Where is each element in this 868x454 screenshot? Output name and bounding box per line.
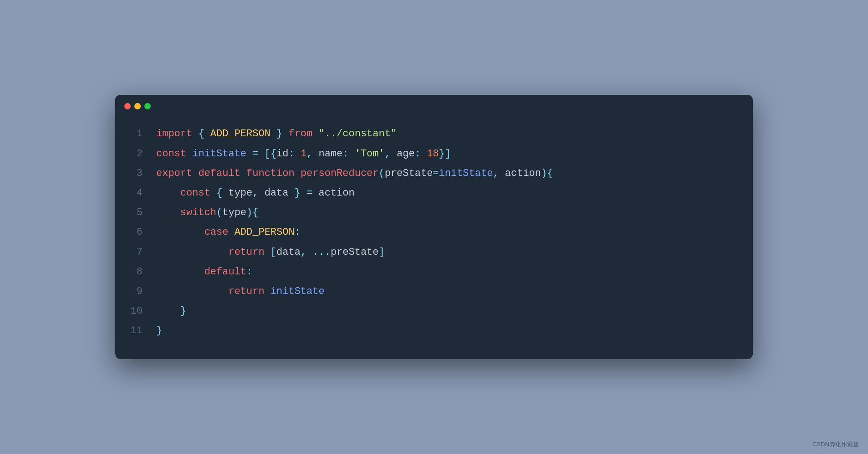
token-op: , — [252, 187, 258, 199]
code-line: 9 return initState — [124, 282, 735, 301]
token-kw: from — [288, 128, 312, 139]
token-op: : — [246, 266, 252, 278]
close-button[interactable] — [124, 103, 131, 109]
code-window: 1import { ADD_PERSON } from "../constant… — [115, 95, 753, 359]
token-plain: age — [391, 148, 415, 160]
maximize-button[interactable] — [144, 103, 151, 109]
token-const-name: ADD_PERSON — [210, 128, 271, 139]
token-indent2 — [156, 187, 180, 199]
token-plain — [349, 148, 355, 160]
token-op: [ — [265, 148, 271, 160]
token-var: initState — [271, 286, 325, 297]
token-indent4 — [156, 247, 228, 258]
token-indent2 — [156, 207, 180, 218]
token-plain — [265, 286, 271, 297]
token-kw: default — [198, 168, 240, 179]
token-plain — [301, 187, 306, 199]
line-content: const initState = [{id: 1, name: 'Tom', … — [156, 146, 451, 162]
token-op: : — [342, 148, 348, 160]
token-str: 'Tom' — [355, 148, 385, 160]
token-op: = — [306, 187, 312, 199]
token-op: } — [439, 148, 445, 160]
titlebar — [115, 95, 753, 115]
line-number: 8 — [124, 264, 143, 280]
token-plain: type — [222, 207, 246, 218]
token-op: } — [276, 128, 282, 139]
code-line: 2const initState = [{id: 1, name: 'Tom',… — [124, 144, 735, 164]
line-content: const { type, data } = action — [156, 185, 355, 201]
token-plain: preState — [331, 247, 379, 258]
token-plain: preState — [385, 168, 433, 179]
token-op: = — [252, 148, 258, 160]
token-kw: default — [204, 266, 246, 278]
token-op: } — [295, 187, 301, 199]
code-editor: 1import { ADD_PERSON } from "../constant… — [115, 115, 753, 359]
token-plain — [204, 128, 210, 139]
token-op: ( — [379, 168, 385, 179]
token-fn: personReducer — [301, 168, 379, 179]
token-plain: action — [499, 168, 541, 179]
token-plain — [295, 148, 301, 160]
line-number: 3 — [124, 165, 143, 181]
token-op: { — [216, 187, 222, 199]
line-number: 7 — [124, 244, 143, 260]
token-op: : — [295, 227, 301, 238]
code-line: 5 switch(type){ — [124, 203, 735, 222]
line-content: switch(type){ — [156, 205, 258, 221]
token-op: ){ — [246, 207, 258, 218]
line-number: 2 — [124, 146, 143, 162]
code-line: 1import { ADD_PERSON } from "../constant… — [124, 124, 735, 144]
code-line: 6 case ADD_PERSON: — [124, 222, 735, 242]
line-content: default: — [156, 264, 252, 280]
token-kw: return — [228, 247, 264, 258]
token-plain: name — [312, 148, 342, 160]
minimize-button[interactable] — [134, 103, 141, 109]
token-plain — [282, 128, 288, 139]
token-var: initState — [192, 148, 246, 160]
line-number: 9 — [124, 284, 143, 299]
token-op: { — [198, 128, 204, 139]
line-content: } — [156, 303, 186, 319]
token-plain — [192, 128, 198, 139]
token-op: ... — [312, 247, 331, 258]
token-indent3 — [156, 227, 204, 238]
token-plain — [240, 168, 246, 179]
token-indent4 — [156, 286, 228, 297]
line-number: 4 — [124, 185, 143, 201]
token-kw: const — [156, 148, 186, 160]
token-plain — [258, 148, 264, 160]
code-line: 8 default: — [124, 262, 735, 282]
line-number: 5 — [124, 205, 143, 221]
token-op: , — [493, 168, 499, 179]
token-kw: switch — [180, 207, 216, 218]
line-number: 11 — [124, 323, 143, 339]
code-line: 7 return [data, ...preState] — [124, 242, 735, 262]
token-plain: type — [222, 187, 252, 199]
token-indent2 — [156, 305, 180, 317]
token-num: 1 — [301, 148, 306, 160]
token-plain: data — [276, 247, 301, 258]
line-content: return [data, ...preState] — [156, 244, 385, 260]
code-line: 4 const { type, data } = action — [124, 183, 735, 203]
watermark: CSDN@化作紫茎 — [812, 440, 859, 449]
token-plain — [271, 128, 276, 139]
token-op: ] — [379, 247, 385, 258]
line-content: export default function personReducer(pr… — [156, 165, 553, 181]
token-plain — [192, 168, 198, 179]
token-plain — [421, 148, 427, 160]
token-kw: export — [156, 168, 192, 179]
token-plain: id — [276, 148, 288, 160]
code-line: 10 } — [124, 301, 735, 321]
token-op: } — [180, 305, 186, 317]
token-op: ( — [216, 207, 222, 218]
token-op: ] — [445, 148, 451, 160]
line-number: 6 — [124, 224, 143, 240]
token-op: , — [385, 148, 391, 160]
code-line: 3export default function personReducer(p… — [124, 164, 735, 183]
token-kw: function — [246, 168, 295, 179]
token-const-name: ADD_PERSON — [235, 227, 295, 238]
token-kw: return — [228, 286, 264, 297]
token-indent3 — [156, 266, 204, 278]
token-plain: data — [258, 187, 294, 199]
token-op: : — [288, 148, 294, 160]
